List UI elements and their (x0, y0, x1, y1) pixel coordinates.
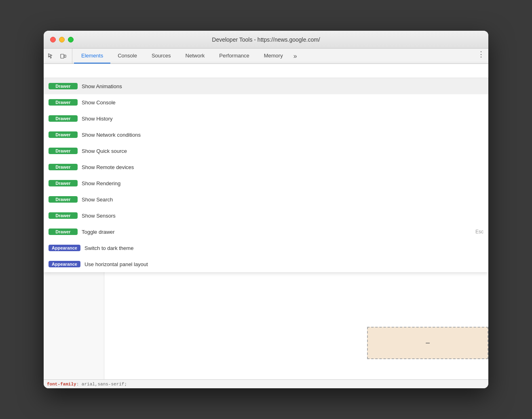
item-badge: Appearance (49, 245, 80, 251)
item-label: Use horizontal panel layout (84, 261, 483, 267)
device-toolbar-button[interactable] (57, 51, 69, 62)
css-value: arial,sans-serif; (82, 382, 127, 387)
item-label: Show Search (82, 197, 483, 203)
item-badge: Drawer (49, 115, 78, 122)
item-label: Show Console (82, 99, 483, 106)
dropdown-item[interactable]: DrawerShow History (44, 110, 488, 127)
traffic-lights (50, 37, 74, 42)
item-badge: Drawer (49, 196, 78, 203)
dropdown-item[interactable]: AppearanceUse horizontal panel layout (44, 256, 488, 272)
minus-icon: − (425, 339, 430, 348)
titlebar: Developer Tools - https://news.google.co… (44, 31, 488, 49)
content-area: < ► ▼ " v t t g a l htm St Filt ele } In… (44, 64, 488, 379)
item-badge: Drawer (49, 229, 78, 235)
item-badge: Drawer (49, 83, 78, 89)
item-badge: Drawer (49, 148, 78, 154)
dropdown-item[interactable]: DrawerShow Console (44, 94, 488, 110)
item-label: Show Animations (82, 83, 483, 89)
devtools-window: Developer Tools - https://news.google.co… (44, 31, 488, 388)
minimize-button[interactable] (59, 37, 65, 42)
dropdown-item[interactable]: DrawerToggle drawerEsc (44, 224, 488, 240)
right-panel-preview: − (367, 327, 488, 359)
dropdown-item[interactable]: DrawerShow Network conditions (44, 127, 488, 143)
maximize-button[interactable] (68, 37, 74, 42)
tab-network[interactable]: Network (178, 49, 212, 63)
item-badge: Drawer (49, 99, 78, 106)
dropdown-item[interactable]: DrawerShow Animations (44, 78, 488, 94)
svg-rect-1 (64, 55, 66, 57)
tab-performance[interactable]: Performance (212, 49, 256, 63)
close-button[interactable] (50, 37, 56, 42)
inspect-element-button[interactable] (45, 51, 57, 62)
devtools-menu-button[interactable]: ⋮ (475, 49, 487, 60)
dropdown-item[interactable]: DrawerShow Remote devices (44, 159, 488, 175)
toolbar: Elements Console Sources Network Perform… (44, 49, 488, 64)
item-badge: Drawer (49, 164, 78, 170)
tabs: Elements Console Sources Network Perform… (74, 49, 475, 63)
item-label: Show Rendering (82, 180, 483, 186)
item-label: Show History (82, 116, 483, 122)
toolbar-icons (45, 49, 72, 63)
item-label: Show Sensors (82, 213, 483, 219)
item-badge: Drawer (49, 131, 78, 138)
tab-sources[interactable]: Sources (144, 49, 178, 63)
tab-console[interactable]: Console (110, 49, 144, 63)
tab-elements[interactable]: Elements (74, 49, 110, 63)
css-property: font-family (47, 382, 76, 387)
dropdown-item[interactable]: DrawerShow Rendering (44, 175, 488, 191)
command-menu-dropdown: DrawerShow AnimationsDrawerShow ConsoleD… (44, 64, 488, 272)
svg-rect-0 (61, 54, 64, 58)
item-badge: Drawer (49, 212, 78, 219)
dropdown-item[interactable]: DrawerShow Quick source (44, 143, 488, 159)
item-badge: Appearance (49, 261, 80, 267)
more-tabs-button[interactable]: » (290, 49, 300, 63)
dropdown-item[interactable]: DrawerShow Sensors (44, 207, 488, 224)
command-search-input[interactable] (49, 68, 483, 74)
tab-memory[interactable]: Memory (257, 49, 290, 63)
item-label: Show Quick source (82, 148, 483, 154)
window-title: Developer Tools - https://news.google.co… (212, 36, 320, 43)
item-label: Switch to dark theme (84, 245, 483, 251)
search-input-area (44, 64, 488, 78)
dropdown-list: DrawerShow AnimationsDrawerShow ConsoleD… (44, 78, 488, 272)
colon-space: : (76, 382, 82, 387)
dropdown-item[interactable]: DrawerShow Search (44, 191, 488, 207)
item-label: Show Remote devices (82, 164, 483, 170)
item-label: Show Network conditions (82, 132, 483, 138)
item-badge: Drawer (49, 180, 78, 186)
item-label: Toggle drawer (82, 229, 471, 235)
dropdown-item[interactable]: AppearanceSwitch to dark theme (44, 240, 488, 256)
item-shortcut: Esc (475, 229, 483, 235)
bottom-bar: font-family : arial,sans-serif; (44, 379, 488, 388)
